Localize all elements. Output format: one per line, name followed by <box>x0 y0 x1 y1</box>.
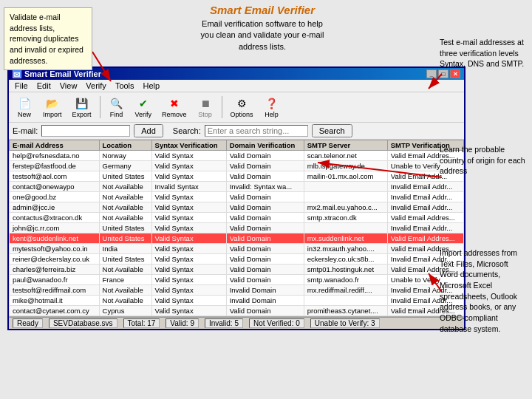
app-subtitle-annotation: Email verification software to help you … <box>200 18 325 52</box>
help-button[interactable]: ❓ Help <box>260 95 284 120</box>
table-cell: Valid Syntax <box>151 223 226 233</box>
table-row[interactable]: help@refsnesdata.noNorwayValid SyntaxVal… <box>10 151 464 161</box>
minimize-button[interactable]: _ <box>426 69 437 78</box>
toolbar-separator-2 <box>222 96 222 118</box>
table-cell: Norway <box>99 151 151 161</box>
table-cell: Not Available <box>99 265 151 275</box>
export-icon: 💾 <box>74 96 90 111</box>
table-row[interactable]: contact@onewaypoNot AvailableInvalid Syn… <box>10 182 464 192</box>
options-button[interactable]: ⚙ Options <box>227 95 257 120</box>
table-row[interactable]: reiner@deckerslay.co.ukUnited StatesVali… <box>10 254 464 265</box>
title-bar-left: ✉ Smart Email Verifier <box>13 69 101 78</box>
import-button[interactable]: 📂 Import <box>39 95 66 120</box>
table-cell: testsoft@aol.com <box>10 171 100 182</box>
table-row[interactable]: paul@wanadoo.frFranceValid SyntaxValid D… <box>10 275 464 285</box>
table-header: E-mail Address Location Syntax Verificat… <box>10 140 464 151</box>
table-row[interactable]: admin@jcc.ieNot AvailableValid SyntaxVal… <box>10 202 464 213</box>
table-cell: Cyprus <box>99 306 151 316</box>
table-cell: ferstep@fastfood.de <box>10 161 100 171</box>
table-row[interactable]: charles@ferreira.bizNot AvailableValid S… <box>10 265 464 275</box>
table-cell: France <box>99 275 151 285</box>
export-button[interactable]: 💾 Export <box>69 95 95 120</box>
table-row[interactable]: mytestsoft@yahoo.co.inIndiaValid SyntaxV… <box>10 244 464 254</box>
table-cell: mailin-01.mx.aol.com <box>304 171 387 182</box>
col-location[interactable]: Location <box>99 140 151 151</box>
add-button[interactable]: Add <box>134 124 163 137</box>
col-smtp-server[interactable]: SMTP Server <box>304 140 387 151</box>
table-cell: Invalid Email Addr... <box>387 223 463 233</box>
table-row[interactable]: john@jc.rr.comUnited StatesValid SyntaxV… <box>10 223 464 233</box>
table-cell: United States <box>99 233 151 244</box>
col-syntax[interactable]: Syntax Verification <box>151 140 226 151</box>
table-cell: Valid Syntax <box>151 202 226 213</box>
table-row[interactable]: contactus@xtracon.dkNot AvailableValid S… <box>10 213 464 223</box>
new-icon: 📄 <box>16 96 33 111</box>
table-cell: Invalid Email Addr... <box>387 182 463 192</box>
menu-edit[interactable]: Edit <box>33 81 55 91</box>
table-cell: Valid Domain <box>226 202 304 213</box>
toolbar-separator-1 <box>100 96 100 118</box>
table-cell: Valid Syntax <box>151 151 226 161</box>
table-cell <box>304 223 387 233</box>
table-cell: Valid Syntax <box>151 192 226 202</box>
menu-verify[interactable]: Verify <box>82 81 110 91</box>
table-row[interactable]: one@good.bzNot AvailableValid SyntaxVali… <box>10 192 464 202</box>
table-cell: Valid Domain <box>226 233 304 244</box>
table-cell: reiner@deckerslay.co.uk <box>10 254 100 265</box>
table-row[interactable]: kent@suddenlink.netUnited StatesValid Sy… <box>10 233 464 244</box>
table-cell: Valid Domain <box>226 275 304 285</box>
table-cell: Invalid: Syntax wa... <box>226 182 304 192</box>
table-cell: Valid Syntax <box>151 275 226 285</box>
maximize-button[interactable]: □ <box>438 69 449 78</box>
stop-button[interactable]: ⏹ Stop <box>194 95 217 120</box>
table-row[interactable]: testsoft@rediffmail.comNot AvailableVali… <box>10 285 464 296</box>
menu-help[interactable]: Help <box>140 81 164 91</box>
verify-button[interactable]: ✔ Verify <box>132 95 156 120</box>
annotation-topleft: Validate e-mail address lists, removing … <box>4 7 92 70</box>
table-cell: Valid Syntax <box>151 306 226 316</box>
remove-button[interactable]: ✖ Remove <box>158 95 191 120</box>
menu-bar: File Edit View Verify Tools Help <box>9 80 464 92</box>
email-input[interactable] <box>41 125 130 137</box>
search-button[interactable]: Search <box>312 124 352 137</box>
table-cell: help@refsnesdata.no <box>10 151 100 161</box>
help-icon: ❓ <box>264 96 280 111</box>
table-row[interactable]: contact@cytanet.com.cyCyprusValid Syntax… <box>10 306 464 316</box>
table-cell: mike@hotmail.it <box>10 296 100 306</box>
table-cell: Germany <box>99 161 151 171</box>
menu-view[interactable]: View <box>56 81 81 91</box>
table-body: help@refsnesdata.noNorwayValid SyntaxVal… <box>10 151 464 318</box>
search-input[interactable] <box>205 125 308 137</box>
import-icon: 📂 <box>44 96 61 111</box>
table-cell: United States <box>99 171 151 182</box>
new-button[interactable]: 📄 New <box>13 95 36 120</box>
status-ready: Ready <box>13 318 43 328</box>
table-cell: mlb.ispgateway.de <box>304 161 387 171</box>
table-row[interactable]: mike@hotmail.itNot AvailableValid Syntax… <box>10 296 464 306</box>
close-button[interactable]: ✕ <box>450 69 460 78</box>
table-cell: Not Available <box>99 192 151 202</box>
table-row[interactable]: testsoft@aol.comUnited StatesValid Synta… <box>10 171 464 182</box>
find-icon: 🔍 <box>109 96 125 111</box>
help-label: Help <box>265 111 279 118</box>
table-cell: Valid Domain <box>226 192 304 202</box>
toolbar: 📄 New 📂 Import 💾 Export 🔍 Find ✔ Verify … <box>9 92 464 123</box>
table-row[interactable]: ferstep@fastfood.deGermanyValid SyntaxVa… <box>10 161 464 171</box>
table-cell: Valid Domain <box>226 161 304 171</box>
col-domain[interactable]: Domain Verification <box>226 140 304 151</box>
table-cell: India <box>99 244 151 254</box>
menu-file[interactable]: File <box>11 81 32 91</box>
table-cell: Valid Domain <box>226 213 304 223</box>
options-icon: ⚙ <box>233 96 250 111</box>
table-cell: mx2.mail.eu.yahoo.c... <box>304 202 387 213</box>
options-label: Options <box>231 111 253 118</box>
table-cell: Valid Syntax <box>151 285 226 296</box>
menu-tools[interactable]: Tools <box>112 81 138 91</box>
status-total: Total: 17 <box>123 318 160 328</box>
table-cell: Valid Domain <box>226 265 304 275</box>
table-cell: Valid Domain <box>226 244 304 254</box>
find-button[interactable]: 🔍 Find <box>105 95 129 120</box>
email-table: E-mail Address Location Syntax Verificat… <box>9 140 464 317</box>
col-email[interactable]: E-mail Address <box>10 140 100 151</box>
table-cell: Not Available <box>99 202 151 213</box>
